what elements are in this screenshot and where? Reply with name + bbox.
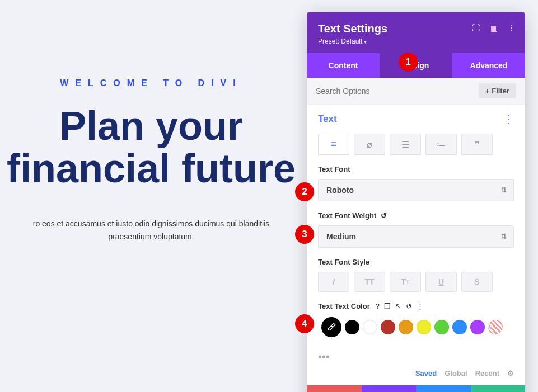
undo-button[interactable]: ↺ <box>362 385 417 392</box>
swatch-black[interactable] <box>345 320 359 334</box>
swatch-yellow[interactable] <box>417 320 431 334</box>
strikethrough-button[interactable]: S <box>461 272 493 292</box>
color-menu-icon[interactable]: ⋮ <box>417 302 424 310</box>
search-input[interactable] <box>316 87 479 96</box>
color-tab-global[interactable]: Global <box>445 369 467 377</box>
color-tab-saved[interactable]: Saved <box>415 369 437 377</box>
italic-button[interactable]: I <box>318 272 349 292</box>
gear-icon[interactable]: ⚙ <box>507 369 514 377</box>
ordered-list-icon[interactable]: ≔ <box>425 134 457 155</box>
help-icon[interactable]: ? <box>376 302 380 310</box>
section-menu-icon[interactable]: ⋮ <box>503 112 514 126</box>
swatch-transparent[interactable] <box>488 320 503 334</box>
color-picker-button[interactable] <box>321 317 341 337</box>
filter-button[interactable]: + Filter <box>479 83 516 98</box>
font-label: Text Font <box>318 165 514 173</box>
redo-button[interactable]: ↻ <box>416 385 471 392</box>
preset-selector[interactable]: Preset: Default <box>318 37 514 45</box>
style-label: Text Font Style <box>318 258 514 266</box>
align-left-icon[interactable]: ≡ <box>318 134 349 155</box>
welcome-label: WELCOME TO DIVI <box>0 78 302 88</box>
uppercase-button[interactable]: TT <box>354 272 385 292</box>
weight-label: Text Font Weight ↺ <box>318 211 514 220</box>
expand-icon[interactable]: ⛶ <box>471 23 480 32</box>
color-label: Text Text Color <box>318 302 370 310</box>
layout-icon[interactable]: ▥ <box>489 23 498 32</box>
swatch-blue[interactable] <box>452 320 467 334</box>
reset-color-icon[interactable]: ↺ <box>406 302 412 310</box>
swatch-red[interactable] <box>381 320 395 334</box>
weight-select[interactable]: Medium <box>318 225 514 248</box>
underline-button[interactable]: U <box>425 272 457 292</box>
swatch-orange[interactable] <box>399 320 413 334</box>
hover-icon[interactable]: ↖ <box>395 302 401 310</box>
swatch-green[interactable] <box>434 320 449 334</box>
device-icon[interactable]: ❐ <box>384 302 391 310</box>
headline: Plan your financial future <box>0 105 302 190</box>
save-button[interactable]: ✔ <box>471 385 526 392</box>
text-settings-panel: Text Settings Preset: Default ⛶ ▥ ⋮ Cont… <box>307 12 525 392</box>
annotation-badge-4: 4 <box>295 314 314 333</box>
annotation-badge-2: 2 <box>295 182 314 201</box>
unordered-list-icon[interactable]: ☰ <box>390 134 421 155</box>
more-icon[interactable]: ••• <box>307 351 525 369</box>
annotation-badge-3: 3 <box>295 225 314 244</box>
section-title: Text <box>318 114 337 125</box>
subtext: ro eos et accusamus et iusto odio dignis… <box>0 218 302 243</box>
cancel-button[interactable]: ✖ <box>307 385 362 392</box>
quote-icon[interactable]: ❞ <box>461 134 493 155</box>
color-tab-recent[interactable]: Recent <box>475 369 499 377</box>
font-select[interactable]: Roboto <box>318 179 514 201</box>
swatch-white[interactable] <box>363 320 377 334</box>
link-icon[interactable]: ⌀ <box>354 134 385 155</box>
annotation-badge-1: 1 <box>399 53 418 72</box>
smallcaps-button[interactable]: TT <box>390 272 421 292</box>
swatch-purple[interactable] <box>470 320 485 334</box>
reset-icon[interactable]: ↺ <box>381 211 387 220</box>
tab-advanced[interactable]: Advanced <box>452 53 525 78</box>
tab-content[interactable]: Content <box>307 53 380 78</box>
menu-icon[interactable]: ⋮ <box>507 23 516 32</box>
panel-header: Text Settings Preset: Default ⛶ ▥ ⋮ <box>307 12 525 53</box>
